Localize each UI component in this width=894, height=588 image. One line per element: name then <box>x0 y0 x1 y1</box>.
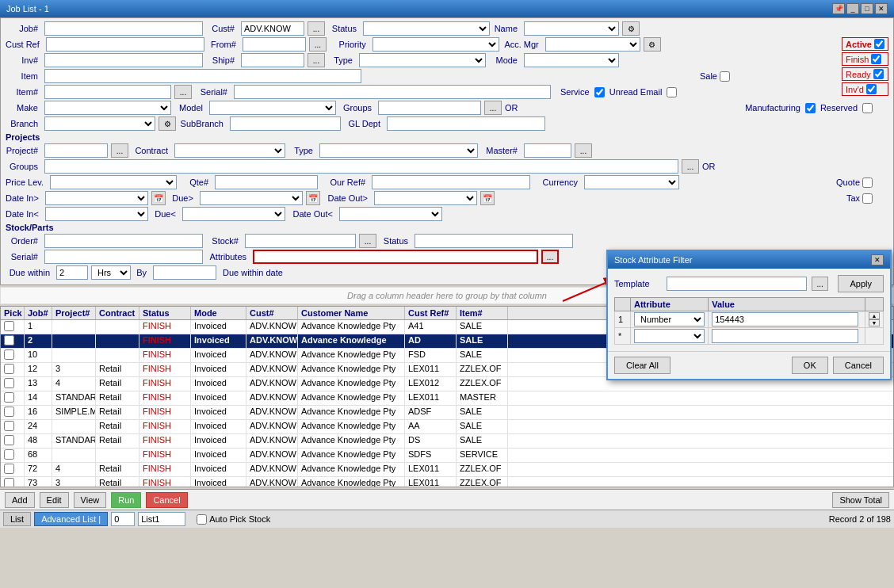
priority-select[interactable] <box>372 37 499 52</box>
dateout-gt-select[interactable] <box>374 191 477 205</box>
branch-select[interactable] <box>44 116 155 131</box>
dateout-lt-select[interactable] <box>339 207 442 221</box>
pick-checkbox[interactable] <box>4 435 14 445</box>
pick-checkbox[interactable] <box>4 364 14 374</box>
inv-input[interactable] <box>44 53 203 67</box>
advanced-list-tab[interactable]: Advanced List | <box>34 512 108 526</box>
pick-checkbox[interactable] <box>4 464 14 474</box>
currency-select[interactable] <box>584 175 679 189</box>
pick-checkbox[interactable] <box>4 321 14 331</box>
spin-up-button[interactable]: ▲ <box>869 312 880 319</box>
ok-button[interactable]: OK <box>792 357 828 374</box>
apply-button[interactable]: Apply <box>838 275 884 292</box>
add-button[interactable]: Add <box>5 492 35 508</box>
attributes-input[interactable] <box>253 250 538 264</box>
subbranch-input[interactable] <box>230 116 341 131</box>
grid-col-custref[interactable]: Cust Ref# <box>405 307 457 319</box>
status-select[interactable] <box>363 21 490 36</box>
status2-input[interactable] <box>415 234 573 248</box>
due-lt-select[interactable] <box>182 207 285 221</box>
pick-checkbox[interactable] <box>4 335 14 346</box>
pick-checkbox[interactable] <box>4 421 14 431</box>
pick-checkbox[interactable] <box>4 449 14 460</box>
master-input[interactable] <box>524 143 571 158</box>
serialnum-input[interactable] <box>234 85 551 99</box>
list-name-input[interactable] <box>138 512 185 526</box>
pricelev-select[interactable] <box>50 175 177 189</box>
table-row[interactable]: 68FINISHInvoicedADV.KNOWAdvance Knowledg… <box>1 449 893 463</box>
dateout-gt-cal-button[interactable]: 📅 <box>480 191 495 205</box>
accmgr-settings-button[interactable]: ⚙ <box>644 37 661 52</box>
list-tab[interactable]: List <box>3 512 31 526</box>
item-input[interactable] <box>44 69 361 83</box>
invd-checkbox[interactable] <box>866 84 877 94</box>
edit-button[interactable]: Edit <box>40 492 69 508</box>
pin-button[interactable]: 📌 <box>832 3 845 14</box>
spin-down-button[interactable]: ▼ <box>869 319 880 326</box>
attributes-dots-button[interactable]: ... <box>541 250 559 264</box>
pick-checkbox[interactable] <box>4 392 14 403</box>
template-dots-button[interactable]: ... <box>812 277 829 291</box>
grid-col-pick[interactable]: Pick <box>1 307 25 319</box>
type2-select[interactable] <box>319 143 478 158</box>
grid-col-custname[interactable]: Customer Name <box>298 307 405 319</box>
restore-button[interactable]: □ <box>861 3 873 14</box>
itemnum-dots-button[interactable]: ... <box>174 85 192 99</box>
datein-lt-select[interactable] <box>45 207 148 221</box>
template-input[interactable] <box>667 277 807 291</box>
autopick-checkbox[interactable] <box>197 514 207 525</box>
groups-dots-button[interactable]: ... <box>484 101 502 115</box>
contract-select[interactable] <box>174 143 285 158</box>
groups-input[interactable] <box>378 101 481 115</box>
qte-input[interactable] <box>215 175 318 189</box>
minimize-button[interactable]: _ <box>846 3 859 14</box>
job-input[interactable] <box>44 21 203 36</box>
active-checkbox[interactable] <box>874 39 884 49</box>
pick-checkbox[interactable] <box>4 407 14 417</box>
mode-select[interactable] <box>524 53 619 67</box>
stock-input[interactable] <box>245 234 356 248</box>
ship-input[interactable] <box>241 53 304 67</box>
datein-gt-select[interactable] <box>45 191 148 205</box>
name-select[interactable] <box>524 21 619 36</box>
cust-dots-button[interactable]: ... <box>308 21 325 36</box>
gldept-input[interactable] <box>387 116 545 131</box>
groups2-dots-button[interactable]: ... <box>682 159 699 174</box>
table-row[interactable]: 16SIMPLE.METRetailFINISHInvoicedADV.KNOW… <box>1 406 893 420</box>
close-button[interactable]: ✕ <box>875 3 888 14</box>
duewithin-input[interactable] <box>56 265 88 280</box>
table-row[interactable]: 24RetailFINISHInvoicedADV.KNOWAdvance Kn… <box>1 420 893 434</box>
type-select[interactable] <box>359 53 486 67</box>
pick-checkbox[interactable] <box>4 478 14 487</box>
run-button[interactable]: Run <box>111 492 141 508</box>
name-settings-button[interactable]: ⚙ <box>622 21 640 36</box>
project-input[interactable] <box>44 143 108 158</box>
attribute-value-input[interactable] <box>712 312 858 326</box>
model-select[interactable] <box>209 101 336 115</box>
custref-input[interactable] <box>46 37 204 52</box>
list-num-input[interactable] <box>111 512 135 526</box>
service-checkbox[interactable] <box>594 87 605 97</box>
datein-gt-cal-button[interactable]: 📅 <box>151 191 166 205</box>
project-dots-button[interactable]: ... <box>111 143 128 158</box>
grid-col-status[interactable]: Status <box>139 307 191 319</box>
accmgr-select[interactable] <box>545 37 640 52</box>
reserved-checkbox[interactable] <box>862 103 873 113</box>
unreademail-checkbox[interactable] <box>667 87 677 97</box>
pick-checkbox[interactable] <box>4 378 14 388</box>
grid-col-project[interactable]: Project# <box>52 307 96 319</box>
cancel-button[interactable]: Cancel <box>146 492 187 508</box>
view-button[interactable]: View <box>74 492 107 508</box>
make-select[interactable] <box>44 101 171 115</box>
ship-dots-button[interactable]: ... <box>308 53 325 67</box>
attribute-value-input[interactable] <box>712 329 858 343</box>
table-row[interactable]: 48STANDARD.RetailFINISHInvoicedADV.KNOWA… <box>1 434 893 449</box>
manufacturing-checkbox[interactable] <box>805 103 816 113</box>
table-row[interactable]: 733RetailFINISHInvoicedADV.KNOWAdvance K… <box>1 477 893 487</box>
grid-col-cust[interactable]: Cust# <box>246 307 298 319</box>
attribute-select[interactable] <box>634 329 705 343</box>
groups2-input[interactable] <box>44 159 678 174</box>
ourref-input[interactable] <box>372 175 530 189</box>
clear-all-button[interactable]: Clear All <box>614 357 670 374</box>
finish-checkbox[interactable] <box>871 54 881 64</box>
